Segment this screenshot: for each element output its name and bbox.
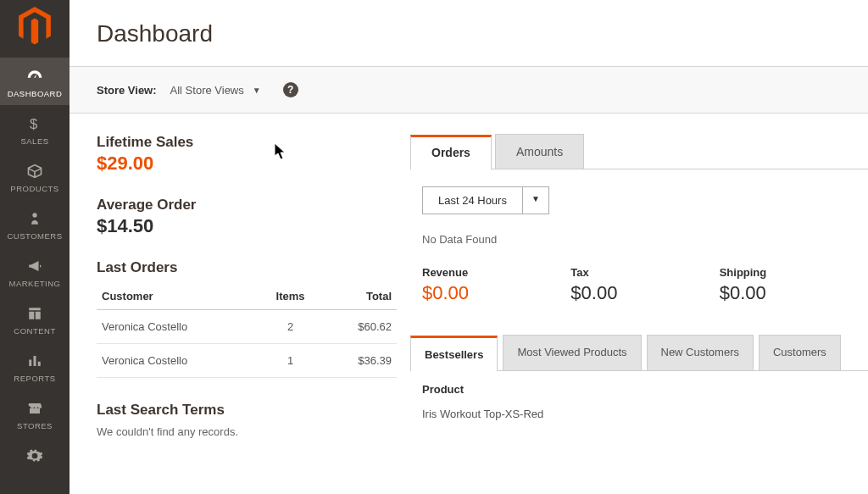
sidebar-item-sales[interactable]: $ SALES [0,105,70,153]
sidebar-item-system[interactable] [0,437,70,475]
average-order-value: $14.50 [97,215,397,237]
product-column-header: Product [422,383,868,396]
gear-icon [23,446,47,466]
svg-rect-2 [29,360,31,367]
person-icon [23,208,47,229]
metrics-row: Revenue $0.00 Tax $0.00 Shipping $0.00 [422,266,868,304]
sidebar-item-customers[interactable]: CUSTOMERS [0,200,70,247]
store-icon [23,398,47,419]
chart-tabs: Orders Amounts [410,134,868,169]
svg-rect-3 [34,356,36,366]
lifetime-sales-block: Lifetime Sales $29.00 [97,134,397,175]
bars-icon [23,351,47,371]
svg-rect-4 [38,362,41,366]
store-view-select[interactable]: All Store Views ▼ [170,84,261,97]
svg-text:$: $ [30,116,38,131]
metric-revenue: Revenue $0.00 [422,266,570,304]
box-icon [23,161,47,181]
sidebar-item-reports[interactable]: REPORTS [0,342,70,390]
svg-point-1 [32,213,36,217]
page-title: Dashboard [70,0,868,66]
tab-new-customers[interactable]: New Customers [647,335,754,370]
megaphone-icon [23,256,47,276]
sidebar-item-stores[interactable]: STORES [0,390,70,437]
no-data-message: No Data Found [422,233,868,246]
magento-logo[interactable] [17,7,53,42]
tab-amounts[interactable]: Amounts [495,134,584,169]
sidebar-item-dashboard[interactable]: DASHBOARD [0,58,70,105]
tab-bestsellers[interactable]: Bestsellers [410,336,498,371]
sidebar-item-products[interactable]: PRODUCTS [0,153,70,200]
tab-most-viewed[interactable]: Most Viewed Products [503,335,641,370]
chevron-down-icon: ▼ [522,187,548,214]
sidebar-item-content[interactable]: CONTENT [0,295,70,342]
sidebar-item-marketing[interactable]: MARKETING [0,247,70,295]
table-row[interactable]: Iris Workout Top-XS-Red [422,408,868,420]
gauge-icon [23,66,47,86]
store-view-bar: Store View: All Store Views ▼ ? [70,66,868,114]
last-search-terms-block: Last Search Terms We couldn't find any r… [97,402,397,438]
store-view-label: Store View: [97,84,157,97]
product-tabs: Bestsellers Most Viewed Products New Cus… [410,335,868,371]
tab-orders[interactable]: Orders [410,135,492,169]
average-order-block: Average Order $14.50 [97,197,397,237]
last-orders-title: Last Orders [97,259,397,276]
chevron-down-icon: ▼ [253,86,261,95]
time-range-select[interactable]: Last 24 Hours ▼ [422,186,549,214]
table-row[interactable]: Veronica Costello 1 $36.39 [97,344,397,378]
metric-shipping: Shipping $0.00 [720,266,868,304]
help-icon[interactable]: ? [283,82,298,97]
lifetime-sales-value: $29.00 [97,153,397,175]
last-orders-table: Customer Items Total Veronica Costello 2… [97,283,397,378]
dollar-icon: $ [23,114,47,134]
table-row[interactable]: Veronica Costello 2 $60.62 [97,310,397,344]
sidebar: DASHBOARD $ SALES PRODUCTS CUSTOMERS MAR… [0,0,70,494]
layout-icon [23,303,47,324]
tab-customers[interactable]: Customers [759,335,841,370]
main-content: Dashboard Store View: All Store Views ▼ … [70,0,868,494]
metric-tax: Tax $0.00 [570,266,719,304]
